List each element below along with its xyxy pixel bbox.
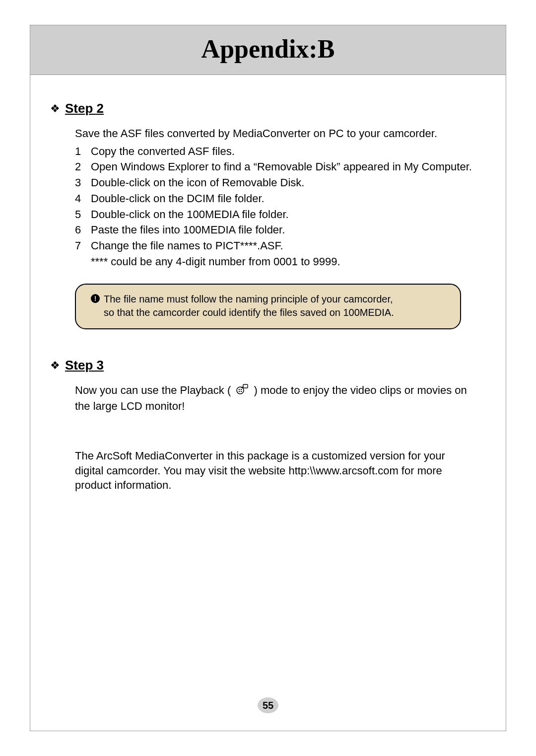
list-item: 5 Double-click on the 100MEDIA file fold… <box>75 207 476 222</box>
step2-intro: Save the ASF files converted by MediaCon… <box>75 126 476 141</box>
step3-label: Step 3 <box>65 357 104 374</box>
step3-section: ❖ Step 3 Now you can use the Playback ( <box>60 357 476 414</box>
svg-point-1 <box>239 389 240 390</box>
item-number: 1 <box>75 144 83 159</box>
page-number: 55 <box>258 697 278 713</box>
header-banner: Appendix:B <box>30 25 506 75</box>
step2-label: Step 2 <box>65 100 104 117</box>
item-text: Open Windows Explorer to find a “Removab… <box>91 159 476 174</box>
svg-point-2 <box>241 389 242 390</box>
svg-point-3 <box>239 391 240 392</box>
svg-rect-5 <box>243 384 248 388</box>
list-item: 4 Double-click on the DCIM file folder. <box>75 191 476 206</box>
item-number: 3 <box>75 175 83 190</box>
item-number: 6 <box>75 223 83 237</box>
diamond-bullet-icon: ❖ <box>50 101 60 116</box>
svg-point-4 <box>241 391 242 392</box>
item-number: 5 <box>75 207 83 222</box>
step3-text: Now you can use the Playback ( ) mode to… <box>75 383 476 414</box>
page-frame: Appendix:B ❖ Step 2 Save the ASF files c… <box>30 25 506 731</box>
list-item: 7 Change the file names to PICT****.ASF. <box>75 238 476 253</box>
item-text: Change the file names to PICT****.ASF. <box>91 238 476 253</box>
item-number: 7 <box>75 238 83 253</box>
step2-list: 1 Copy the converted ASF files. 2 Open W… <box>75 144 476 253</box>
item-text: Double-click on the DCIM file folder. <box>91 191 476 206</box>
alert-icon: ! <box>91 294 100 303</box>
item-number: 4 <box>75 191 83 206</box>
item-text: Double-click on the icon of Removable Di… <box>91 175 476 190</box>
item-text: Paste the files into 100MEDIA file folde… <box>91 223 476 237</box>
svg-point-0 <box>237 387 244 394</box>
note-row: ! The file name must follow the naming p… <box>91 293 445 306</box>
note-line1: The file name must follow the naming pri… <box>104 293 393 306</box>
diamond-bullet-icon: ❖ <box>50 358 60 373</box>
playback-icon <box>236 383 249 399</box>
note-line2: so that the camcorder could identify the… <box>104 306 445 319</box>
step2-subnote: **** could be any 4-digit number from 00… <box>91 254 476 269</box>
footer-paragraph: The ArcSoft MediaConverter in this packa… <box>75 449 476 493</box>
warning-note-box: ! The file name must follow the naming p… <box>75 284 461 329</box>
content-area: ❖ Step 2 Save the ASF files converted by… <box>30 75 506 493</box>
step2-heading: ❖ Step 2 <box>50 100 476 117</box>
step3-text-before: Now you can use the Playback ( <box>75 384 231 396</box>
list-item: 2 Open Windows Explorer to find a “Remov… <box>75 159 476 174</box>
item-text: Copy the converted ASF files. <box>91 144 476 159</box>
list-item: 6 Paste the files into 100MEDIA file fol… <box>75 223 476 237</box>
list-item: 3 Double-click on the icon of Removable … <box>75 175 476 190</box>
list-item: 1 Copy the converted ASF files. <box>75 144 476 159</box>
appendix-title: Appendix:B <box>30 34 506 64</box>
item-text: Double-click on the 100MEDIA file folder… <box>91 207 476 222</box>
item-number: 2 <box>75 159 83 174</box>
step3-heading: ❖ Step 3 <box>50 357 476 374</box>
